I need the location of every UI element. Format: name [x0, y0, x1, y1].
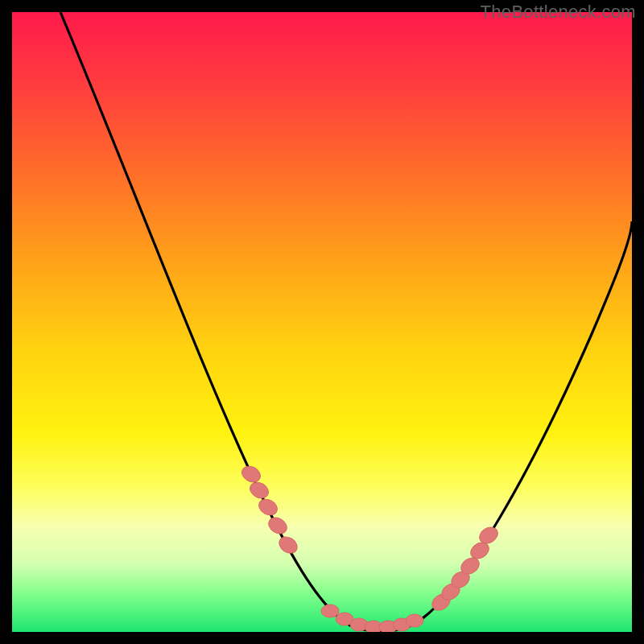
chart-svg	[12, 12, 632, 632]
svg-point-11	[406, 614, 423, 627]
marker-group-bottom	[321, 605, 423, 632]
marker-group-left	[239, 463, 300, 556]
svg-point-1	[247, 479, 271, 501]
svg-point-3	[266, 514, 290, 537]
chart-frame: TheBottleneck.com	[0, 0, 644, 644]
watermark-text: TheBottleneck.com	[481, 2, 636, 23]
svg-point-4	[276, 534, 300, 556]
chart-plot-area	[12, 12, 632, 632]
svg-point-2	[256, 496, 280, 518]
bottleneck-curve	[60, 12, 632, 631]
svg-point-0	[239, 463, 263, 485]
svg-point-5	[321, 605, 339, 617]
marker-group-right	[429, 524, 501, 613]
